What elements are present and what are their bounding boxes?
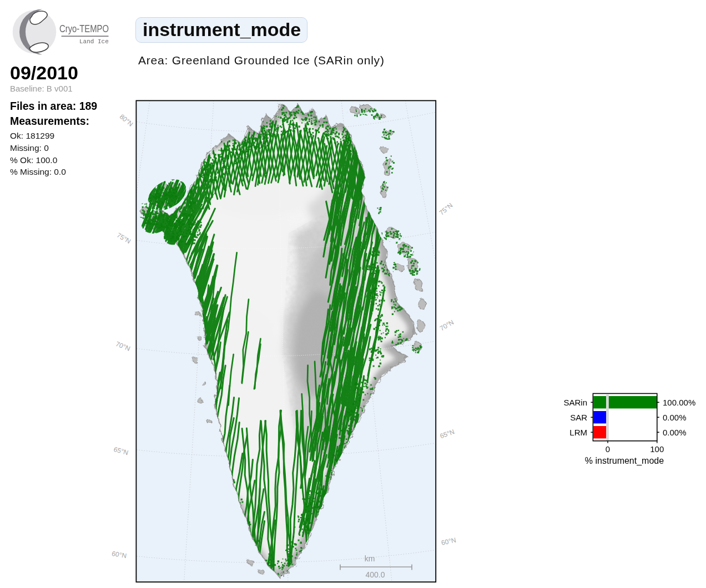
svg-text:75°N: 75°N xyxy=(438,201,455,217)
svg-text:100.00%: 100.00% xyxy=(663,398,695,407)
svg-text:65°N: 65°N xyxy=(113,445,129,457)
svg-text:80°N: 80°N xyxy=(118,113,135,128)
svg-text:0.00%: 0.00% xyxy=(663,428,687,437)
svg-text:km: km xyxy=(365,554,375,563)
svg-text:400.0: 400.0 xyxy=(365,570,385,579)
svg-text:70°N: 70°N xyxy=(114,340,131,353)
svg-text:LRM: LRM xyxy=(569,428,587,437)
svg-text:SARin: SARin xyxy=(563,398,587,407)
svg-text:65°N: 65°N xyxy=(439,428,456,440)
svg-text:60°N: 60°N xyxy=(441,536,457,546)
svg-text:75°N: 75°N xyxy=(115,231,132,246)
svg-text:70°N: 70°N xyxy=(438,318,455,333)
svg-text:% instrument_mode: % instrument_mode xyxy=(585,456,664,466)
svg-text:60°N: 60°N xyxy=(111,550,127,560)
svg-text:0.00%: 0.00% xyxy=(663,413,687,422)
svg-text:0: 0 xyxy=(606,444,610,454)
svg-text:100: 100 xyxy=(650,444,664,454)
svg-text:SAR: SAR xyxy=(570,413,587,422)
